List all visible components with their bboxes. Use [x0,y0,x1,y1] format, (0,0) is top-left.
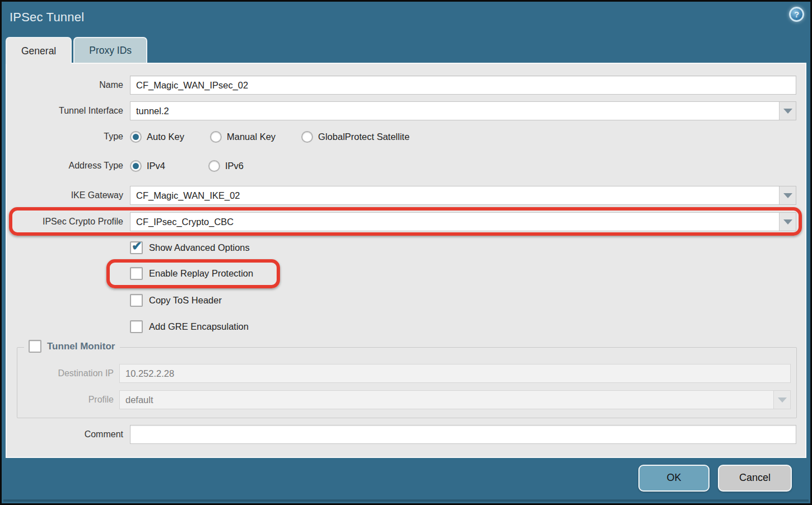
add-gre-encapsulation-checkbox[interactable]: ✔ [130,320,143,333]
radio-auto-key-control[interactable] [130,131,142,143]
checkmark-icon: ✔ [132,239,142,254]
enable-replay-protection-row: ✔ Enable Replay Protection [7,266,805,280]
tab-general[interactable]: General [6,37,72,64]
profile-value: default [120,391,773,409]
radio-globalprotect-satellite[interactable]: GlobalProtect Satellite [301,131,409,143]
enable-replay-protection-label: Enable Replay Protection [149,268,253,279]
ike-gateway-dropdown-button[interactable] [779,186,796,204]
tab-bar: General Proxy IDs [2,35,810,63]
name-input[interactable]: CF_Magic_WAN_IPsec_02 [130,76,796,95]
radio-manual-key-label: Manual Key [227,132,276,142]
add-gre-encapsulation-label: Add GRE Encapsulation [149,321,249,332]
tunnel-monitor-label: Tunnel Monitor [47,341,115,352]
general-tab-panel: Name CF_Magic_WAN_IPsec_02 Tunnel Interf… [6,63,806,458]
radio-globalprotect-satellite-label: GlobalProtect Satellite [318,132,409,142]
cancel-button[interactable]: Cancel [718,465,792,492]
radio-auto-key[interactable]: Auto Key [130,131,184,143]
title-bar: IPSec Tunnel ? [2,2,810,35]
type-label: Type [7,132,123,142]
radio-manual-key-control[interactable] [210,131,222,143]
ipsec-crypto-profile-label: IPSec Crypto Profile [7,217,123,227]
tunnel-monitor-fieldset: ✔ Tunnel Monitor Destination IP 10.252.2… [17,347,797,418]
radio-ipv4[interactable]: IPv4 [130,160,208,172]
address-type-label: Address Type [7,161,123,171]
ok-button[interactable]: OK [638,465,710,492]
chevron-down-icon [783,219,792,225]
tunnel-interface-row: Tunnel Interface tunnel.2 [7,101,805,120]
tunnel-interface-dropdown-button[interactable] [779,102,796,120]
show-advanced-options-checkbox[interactable]: ✔ [130,241,143,254]
radio-globalprotect-satellite-control[interactable] [301,131,313,143]
chevron-down-icon [783,193,792,198]
profile-label: Profile [17,395,114,405]
ipsec-crypto-profile-dropdown[interactable]: CF_IPsec_Crypto_CBC [130,212,796,231]
destination-ip-label: Destination IP [17,368,114,378]
radio-ipv6[interactable]: IPv6 [208,160,244,172]
dialog-title: IPSec Tunnel [10,10,84,25]
tunnel-interface-value[interactable]: tunnel.2 [130,102,779,120]
ike-gateway-label: IKE Gateway [7,190,123,200]
profile-dropdown: default [119,390,791,409]
ipsec-tunnel-dialog: IPSec Tunnel ? General Proxy IDs Name CF… [0,0,812,505]
comment-input[interactable] [130,425,796,444]
ipsec-crypto-profile-dropdown-button[interactable] [779,213,796,231]
ipsec-crypto-profile-row: IPSec Crypto Profile CF_IPsec_Crypto_CBC [7,212,805,231]
destination-ip-input: 10.252.2.28 [119,364,791,383]
chevron-down-icon [778,398,787,403]
dialog-footer: OK Cancel [3,456,809,502]
type-row: Type Auto Key Manual Key GlobalProtect S… [7,129,805,144]
copy-tos-header-label: Copy ToS Header [149,295,222,306]
add-gre-encapsulation-row: ✔ Add GRE Encapsulation [7,319,805,334]
ike-gateway-dropdown[interactable]: CF_Magic_WAN_IKE_02 [130,186,796,205]
ike-gateway-row: IKE Gateway CF_Magic_WAN_IKE_02 [7,186,805,205]
tunnel-interface-label: Tunnel Interface [7,106,123,116]
comment-label: Comment [7,429,123,439]
name-row: Name CF_Magic_WAN_IPsec_02 [7,76,805,95]
tunnel-monitor-checkbox[interactable]: ✔ [29,340,41,353]
profile-dropdown-button [773,391,790,409]
ike-gateway-value[interactable]: CF_Magic_WAN_IKE_02 [130,186,779,204]
show-advanced-options-row: ✔ Show Advanced Options [7,240,805,255]
radio-ipv6-label: IPv6 [225,161,244,171]
profile-row: Profile default [17,390,796,409]
show-advanced-options-label: Show Advanced Options [149,242,250,253]
radio-auto-key-label: Auto Key [147,132,184,142]
radio-ipv4-control[interactable] [130,160,142,172]
chevron-down-icon [783,109,792,114]
copy-tos-header-row: ✔ Copy ToS Header [7,293,805,307]
address-type-row: Address Type IPv4 IPv6 [7,158,805,174]
radio-ipv4-label: IPv4 [147,161,165,171]
radio-ipv6-control[interactable] [208,160,220,172]
comment-row: Comment [7,425,805,444]
tunnel-monitor-legend: ✔ Tunnel Monitor [24,340,120,353]
copy-tos-header-checkbox[interactable]: ✔ [130,294,143,307]
enable-replay-protection-checkbox[interactable]: ✔ [130,267,143,280]
tab-proxy-ids[interactable]: Proxy IDs [73,37,147,63]
tunnel-interface-dropdown[interactable]: tunnel.2 [130,101,796,120]
radio-manual-key[interactable]: Manual Key [210,131,276,143]
help-icon[interactable]: ? [789,7,804,22]
name-label: Name [7,80,123,90]
ipsec-crypto-profile-value[interactable]: CF_IPsec_Crypto_CBC [130,213,779,231]
destination-ip-row: Destination IP 10.252.2.28 [17,364,796,383]
